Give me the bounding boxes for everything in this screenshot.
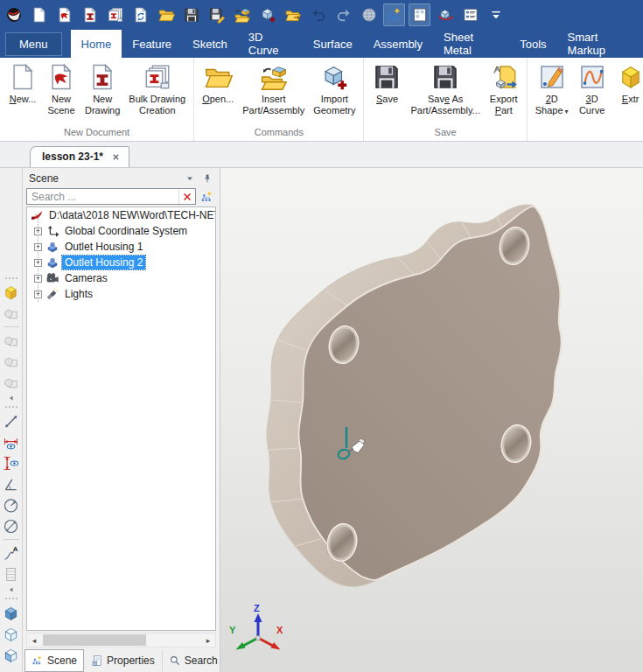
tree-item-label[interactable]: Global Coordinate System bbox=[62, 224, 190, 238]
extrude-tool[interactable] bbox=[1, 282, 22, 303]
rotate-view-button[interactable] bbox=[434, 4, 456, 26]
export-button[interactable] bbox=[282, 4, 304, 26]
search-input[interactable] bbox=[27, 191, 178, 203]
new-scene-button[interactable] bbox=[53, 4, 75, 26]
extrude-icon bbox=[2, 284, 20, 302]
panel-tab-scene[interactable]: Scene bbox=[24, 649, 84, 672]
panel-tab-search[interactable]: Search bbox=[162, 649, 225, 672]
save-button[interactable]: Save bbox=[367, 60, 406, 119]
open-button[interactable] bbox=[155, 4, 177, 26]
tree-row[interactable]: +Global Coordinate System bbox=[27, 223, 215, 239]
scrollbar-thumb[interactable] bbox=[43, 634, 146, 646]
document-tab[interactable]: lesson 23-1* bbox=[30, 146, 129, 167]
boolean-union-tool[interactable] bbox=[1, 330, 22, 351]
diameter-dimension-tool[interactable] bbox=[1, 515, 22, 536]
tree-item-label[interactable]: Outlet Housing 1 bbox=[62, 240, 145, 254]
tab-menu[interactable]: Menu bbox=[5, 32, 62, 56]
tab-3d-curve[interactable]: 3D Curve bbox=[238, 30, 303, 58]
viewport-canvas[interactable]: Z Y X bbox=[220, 168, 643, 672]
bulk-drawing-creation-button[interactable] bbox=[104, 4, 126, 26]
customize-toolbar-button[interactable] bbox=[485, 4, 507, 26]
tree-item-label[interactable]: Cameras bbox=[62, 271, 110, 285]
toolbar-grip[interactable] bbox=[3, 595, 19, 602]
toolbar-collapse-button[interactable] bbox=[5, 393, 17, 403]
web-button[interactable] bbox=[358, 4, 380, 26]
tab-assembly[interactable]: Assembly bbox=[363, 30, 433, 58]
boolean-intersect-tool[interactable] bbox=[1, 372, 22, 393]
render-options-button[interactable] bbox=[383, 4, 405, 26]
toolbar-collapse-button[interactable] bbox=[5, 584, 17, 595]
display-options-button[interactable] bbox=[459, 4, 481, 26]
open-button[interactable]: Open... bbox=[198, 60, 238, 119]
tree-row[interactable]: +Lights bbox=[27, 286, 215, 302]
panel-dropdown-button[interactable] bbox=[183, 172, 197, 186]
tree-row[interactable]: +Cameras bbox=[27, 270, 215, 286]
toolbar-grip[interactable] bbox=[3, 403, 19, 410]
new-scene-button[interactable]: NewScene bbox=[42, 60, 80, 119]
toolbar-grip[interactable] bbox=[3, 275, 19, 282]
boolean-tool[interactable] bbox=[1, 303, 22, 324]
panel-tab-properties[interactable]: Properties bbox=[84, 649, 162, 672]
undo-button[interactable] bbox=[307, 4, 329, 26]
new-document-button[interactable] bbox=[28, 4, 50, 26]
tab-smart-markup[interactable]: Smart Markup bbox=[557, 30, 643, 58]
part-outlet-housing[interactable] bbox=[267, 205, 562, 586]
export-part-button[interactable]: ExportPart bbox=[485, 60, 523, 119]
save-as-button[interactable] bbox=[206, 4, 227, 26]
2d-shape-button[interactable]: 2DShape▾ bbox=[531, 60, 573, 119]
angle-dimension-tool[interactable] bbox=[1, 473, 22, 494]
tab-home[interactable]: Home bbox=[71, 30, 122, 58]
clear-search-button[interactable] bbox=[178, 189, 195, 204]
tab-tools[interactable]: Tools bbox=[509, 30, 556, 58]
tree-row[interactable]: +Outlet Housing 1 bbox=[27, 239, 215, 255]
tree-filter-button[interactable] bbox=[199, 188, 216, 205]
insert-part-assembly-button[interactable]: InsertPart/Assembly bbox=[238, 60, 309, 119]
vertical-dimension-tool[interactable] bbox=[1, 452, 22, 473]
new-drawing-button[interactable] bbox=[79, 4, 101, 26]
extrude-button[interactable]: Extr bbox=[612, 60, 643, 119]
tree-expander[interactable]: + bbox=[34, 243, 42, 251]
tab-sheet-metal[interactable]: Sheet Metal bbox=[433, 30, 509, 58]
tree-row[interactable]: D:\data\2018 NEW\Word\TECH-NET bbox=[27, 207, 215, 223]
tree-expander[interactable]: + bbox=[34, 228, 42, 235]
tab-feature[interactable]: Feature bbox=[122, 30, 182, 58]
tree-item-label[interactable]: Lights bbox=[62, 287, 95, 301]
annotation-leader-tool[interactable] bbox=[1, 542, 22, 564]
new-button[interactable]: New... bbox=[3, 60, 42, 119]
boolean-subtract-tool[interactable] bbox=[1, 351, 22, 372]
insert-part-button[interactable] bbox=[231, 4, 253, 26]
hidden-line-display[interactable] bbox=[1, 644, 22, 665]
radius-dimension-tool[interactable] bbox=[1, 494, 22, 515]
scroll-right-arrow[interactable]: ▸ bbox=[201, 634, 215, 647]
tab-sketch[interactable]: Sketch bbox=[182, 30, 238, 58]
table-tool[interactable] bbox=[1, 564, 22, 584]
tree-item-label[interactable]: Outlet Housing 2 bbox=[62, 256, 145, 270]
print-preview-button[interactable] bbox=[129, 4, 151, 26]
scroll-left-arrow[interactable]: ◂ bbox=[27, 634, 41, 647]
close-icon[interactable] bbox=[111, 152, 121, 162]
tree-row[interactable]: +Outlet Housing 2 bbox=[27, 255, 215, 270]
save-as-part-assembly-button[interactable]: Save AsPart/Assembly... bbox=[406, 60, 484, 119]
tree-expander[interactable]: + bbox=[34, 290, 42, 298]
scrollbar-track[interactable] bbox=[41, 634, 201, 647]
tree-expander[interactable]: + bbox=[34, 275, 42, 283]
panel-pin-button[interactable] bbox=[200, 172, 214, 186]
viewport-3d[interactable]: Z Y X bbox=[220, 168, 643, 672]
tree-horizontal-scrollbar[interactable]: ◂ ▸ bbox=[26, 633, 216, 648]
wireframe-display[interactable] bbox=[1, 623, 22, 644]
new-drawing-button[interactable]: NewDrawing bbox=[80, 60, 124, 119]
tree-expander[interactable]: + bbox=[34, 259, 42, 267]
shaded-display[interactable] bbox=[1, 602, 22, 623]
import-geometry-button[interactable] bbox=[256, 4, 278, 26]
import-geometry-button[interactable]: ImportGeometry bbox=[309, 60, 360, 119]
tree-item-label[interactable]: D:\data\2018 NEW\Word\TECH-NET bbox=[46, 208, 216, 222]
app-logo-button[interactable] bbox=[3, 4, 24, 26]
3d-curve-button[interactable]: 3DCurve bbox=[573, 60, 612, 119]
bulk-drawing-creation-button[interactable]: Bulk DrawingCreation bbox=[124, 60, 190, 119]
tab-surface[interactable]: Surface bbox=[303, 30, 363, 58]
measure-tool[interactable] bbox=[1, 410, 22, 431]
redo-button[interactable] bbox=[332, 4, 354, 26]
horizontal-dimension-tool[interactable] bbox=[1, 431, 22, 452]
save-button[interactable] bbox=[180, 4, 202, 26]
window-layout-button[interactable] bbox=[409, 4, 430, 26]
